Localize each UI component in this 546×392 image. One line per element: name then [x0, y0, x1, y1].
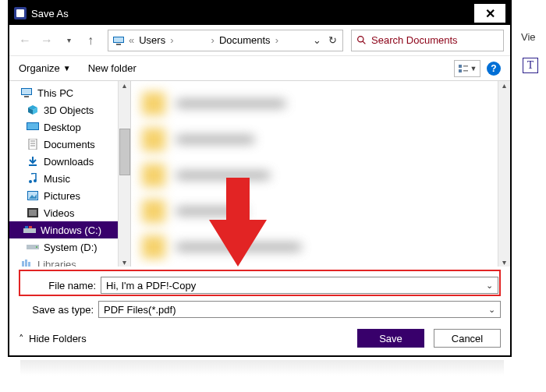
svg-rect-35 — [25, 260, 27, 267]
save-button[interactable]: Save — [357, 329, 424, 348]
breadcrumb-sep-icon: « — [127, 34, 136, 46]
tree-videos[interactable]: Videos — [9, 204, 130, 221]
svg-point-22 — [29, 180, 32, 183]
tree-libraries[interactable]: Libraries — [9, 256, 130, 267]
tree-pictures[interactable]: Pictures — [9, 187, 130, 204]
hide-folders-toggle[interactable]: ˄ Hide Folders — [19, 333, 87, 344]
chevron-right-icon: › — [210, 34, 216, 46]
background-vie-label: Vie — [521, 31, 546, 43]
tree-music[interactable]: Music — [9, 170, 130, 187]
filename-label: File name: — [21, 280, 101, 291]
tree-documents[interactable]: Documents — [9, 136, 130, 153]
scroll-thumb[interactable] — [119, 129, 130, 175]
document-icon — [27, 138, 39, 150]
svg-line-4 — [363, 41, 365, 44]
cancel-button[interactable]: Cancel — [434, 329, 501, 348]
svg-rect-1 — [114, 37, 123, 42]
svg-rect-16 — [27, 123, 38, 129]
help-button[interactable]: ? — [487, 62, 501, 76]
back-button[interactable]: ← — [16, 31, 34, 50]
close-button[interactable]: ✕ — [474, 4, 505, 23]
breadcrumb-blank[interactable] — [177, 39, 208, 42]
file-list[interactable]: ▴ ▾ — [131, 81, 510, 267]
scroll-down-icon[interactable]: ▾ — [502, 258, 506, 267]
svg-rect-36 — [28, 262, 30, 267]
pc-icon — [20, 87, 33, 99]
blurred-content — [142, 86, 495, 262]
svg-rect-10 — [22, 89, 31, 94]
pc-icon — [112, 34, 126, 48]
svg-rect-7 — [459, 69, 462, 72]
search-input[interactable]: Search Documents — [351, 30, 504, 51]
svg-point-3 — [358, 37, 363, 42]
address-dropdown[interactable]: ⌄ — [310, 34, 324, 46]
organize-menu[interactable]: Organize▼ — [19, 62, 71, 74]
recent-dropdown[interactable]: ▾ — [59, 31, 78, 50]
scroll-up-icon[interactable]: ▴ — [502, 81, 506, 90]
new-folder-button[interactable]: New folder — [88, 62, 136, 74]
picture-icon — [27, 189, 39, 202]
view-mode-button[interactable]: ▼ — [454, 60, 480, 77]
svg-rect-29 — [23, 228, 36, 233]
app-icon — [14, 7, 27, 19]
tree-downloads[interactable]: Downloads — [9, 153, 130, 170]
chevron-down-icon[interactable]: ⌄ — [486, 281, 493, 291]
nav-tree: This PC 3D Objects Desktop Documents Dow… — [9, 81, 131, 267]
bottom-panel: File name: Hi, I'm a PDF!-Copy ⌄ Save as… — [9, 267, 510, 355]
svg-rect-30 — [25, 226, 28, 228]
svg-rect-11 — [24, 96, 29, 97]
chevron-down-icon[interactable]: ⌄ — [488, 305, 495, 315]
svg-rect-6 — [463, 65, 468, 67]
refresh-button[interactable]: ↻ — [325, 34, 339, 46]
drive-icon — [27, 241, 39, 253]
cube-icon — [27, 104, 39, 116]
dialog-shadow — [20, 360, 504, 376]
address-bar[interactable]: « Users › › Documents › ⌄ ↻ — [108, 30, 343, 51]
svg-rect-28 — [29, 210, 37, 216]
tree-drive-c[interactable]: Windows (C:) — [9, 221, 130, 238]
svg-rect-34 — [22, 261, 24, 267]
svg-rect-5 — [459, 65, 462, 68]
desktop-icon — [27, 121, 39, 133]
download-icon — [27, 155, 39, 168]
video-icon — [27, 207, 39, 219]
tree-scrollbar[interactable]: ▴ ▾ — [118, 81, 130, 267]
up-button[interactable]: ↑ — [81, 31, 100, 50]
toolbar: Organize▼ New folder ▼ ? — [9, 56, 510, 81]
filename-input[interactable]: Hi, I'm a PDF!-Copy ⌄ — [101, 277, 498, 294]
svg-rect-31 — [29, 226, 32, 228]
tree-drive-d[interactable]: System (D:) — [9, 238, 130, 256]
music-icon — [27, 172, 39, 185]
forward-button[interactable]: → — [37, 31, 56, 50]
nav-row: ← → ▾ ↑ « Users › › Documents › ⌄ ↻ Sear… — [9, 25, 510, 56]
drive-icon — [23, 224, 36, 236]
chevron-right-icon: › — [168, 34, 175, 46]
tree-3d-objects[interactable]: 3D Objects — [9, 101, 130, 118]
svg-point-33 — [36, 246, 37, 248]
tree-this-pc[interactable]: This PC — [9, 84, 130, 101]
search-icon — [356, 35, 367, 45]
search-placeholder: Search Documents — [371, 34, 458, 46]
list-scrollbar[interactable]: ▴ ▾ — [498, 81, 510, 267]
svg-rect-17 — [29, 139, 37, 150]
svg-rect-8 — [463, 70, 468, 72]
scroll-up-icon[interactable]: ▴ — [122, 81, 126, 90]
savetype-select[interactable]: PDF Files(*.pdf) ⌄ — [98, 301, 501, 318]
chevron-right-icon: › — [274, 34, 280, 46]
tree-desktop[interactable]: Desktop — [9, 118, 130, 136]
svg-rect-2 — [116, 44, 121, 45]
savetype-label: Save as type: — [19, 304, 98, 316]
libraries-icon — [20, 258, 33, 267]
save-as-dialog: Save As ✕ ← → ▾ ↑ « Users › › Documents … — [8, 0, 512, 357]
window-title: Save As — [31, 8, 69, 19]
background-t-icon: T — [523, 58, 538, 73]
chevron-up-icon: ˄ — [19, 333, 24, 344]
breadcrumb-documents[interactable]: Documents — [218, 33, 272, 48]
filename-highlight: File name: Hi, I'm a PDF!-Copy ⌄ — [19, 270, 501, 296]
svg-point-23 — [34, 179, 37, 182]
titlebar: Save As ✕ — [9, 2, 510, 25]
scroll-down-icon[interactable]: ▾ — [122, 258, 126, 267]
breadcrumb-users[interactable]: Users — [137, 33, 167, 48]
